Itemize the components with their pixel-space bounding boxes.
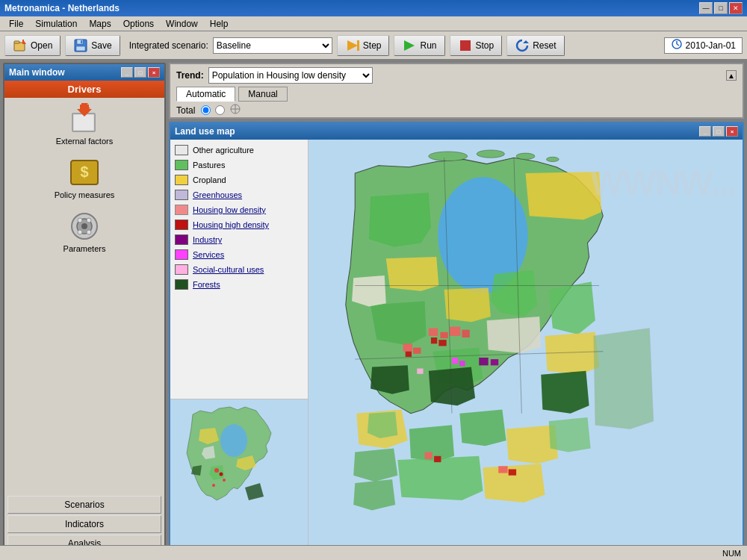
svg-rect-11 [460, 40, 471, 51]
trend-tabs: Automatic Manual [176, 87, 737, 102]
toolbar: Open Save Integrated scenario: Baseline … [0, 31, 747, 60]
svg-rect-54 [479, 358, 488, 365]
main-window-title-text: Main window [9, 67, 65, 78]
land-close-btn[interactable]: × [726, 126, 738, 137]
legend-item-label: Housing low density [193, 205, 266, 214]
svg-marker-12 [523, 40, 529, 43]
legend-item-label: Other agriculture [193, 146, 254, 155]
main-area: Main window _ □ × Drivers External fac [0, 60, 747, 560]
save-button[interactable]: Save [65, 35, 120, 56]
radio-option1[interactable] [201, 105, 211, 115]
main-window: Main window _ □ × Drivers External fac [3, 63, 166, 557]
svg-point-41 [477, 150, 504, 158]
svg-point-42 [516, 153, 535, 159]
svg-rect-49 [403, 343, 412, 351]
stop-button[interactable]: Stop [450, 35, 503, 56]
legend-item-label: Services [193, 250, 224, 259]
main-maximize-btn[interactable]: □ [134, 67, 146, 78]
svg-rect-52 [438, 340, 446, 346]
land-minimize-btn[interactable]: _ [699, 126, 711, 137]
menu-options[interactable]: Options [117, 17, 160, 31]
radio-group [201, 103, 241, 117]
open-label: Open [31, 40, 52, 51]
legend-color-swatch [175, 160, 188, 170]
svg-point-27 [87, 218, 91, 223]
external-factors-item[interactable]: External factors [4, 98, 164, 152]
svg-point-26 [78, 218, 82, 223]
legend-item-label: Cropland [193, 175, 226, 184]
radio-option2[interactable] [215, 105, 225, 115]
save-label: Save [91, 40, 111, 51]
land-maximize-btn[interactable]: □ [713, 126, 725, 137]
tab-automatic[interactable]: Automatic [176, 87, 235, 102]
legend-color-swatch [175, 234, 188, 245]
menu-file[interactable]: File [3, 17, 29, 31]
legend-item[interactable]: Other agriculture [173, 143, 305, 158]
step-button[interactable]: Step [337, 35, 390, 56]
legend-list: Other agriculturePasturesCroplandGreenho… [170, 140, 308, 399]
clock-icon [671, 38, 683, 52]
svg-rect-53 [406, 352, 412, 357]
main-minimize-btn[interactable]: _ [121, 67, 133, 78]
status-bar: NUM [0, 545, 747, 560]
main-window-controls: _ □ × [121, 67, 160, 78]
tab-manual[interactable]: Manual [238, 87, 287, 102]
minimize-button[interactable]: — [699, 2, 713, 14]
menu-simulation[interactable]: Simulation [29, 17, 83, 31]
maximize-button[interactable]: □ [714, 2, 728, 14]
legend-item-label: Greenhouses [193, 190, 242, 199]
main-window-title: Main window _ □ × [4, 64, 164, 81]
right-panel: Trend: Population in Housing low density… [169, 63, 744, 557]
drivers-tab[interactable]: Drivers [4, 81, 164, 98]
run-button[interactable]: Run [394, 35, 444, 56]
svg-rect-47 [450, 326, 461, 335]
legend-item[interactable]: Social-cultural uses [173, 262, 305, 277]
legend-item[interactable]: Forests [173, 277, 305, 292]
parameters-item[interactable]: Parameters [4, 205, 164, 259]
legend-item[interactable]: Housing low density [173, 202, 305, 217]
mini-map [170, 399, 309, 556]
scroll-up-btn[interactable]: ▲ [726, 70, 737, 81]
indicators-button[interactable]: Indicators [7, 515, 161, 533]
svg-rect-46 [440, 332, 447, 338]
svg-point-35 [214, 468, 219, 473]
legend-item[interactable]: Housing high density [173, 217, 305, 232]
legend-item[interactable]: Industry [173, 232, 305, 247]
svg-rect-50 [413, 348, 421, 354]
menu-window[interactable]: Window [160, 17, 204, 31]
scenario-select[interactable]: Baseline [213, 37, 332, 54]
svg-rect-60 [434, 456, 441, 462]
external-factors-icon [66, 104, 102, 134]
legend-item[interactable]: Services [173, 247, 305, 262]
close-button[interactable]: ✕ [729, 2, 743, 14]
step-label: Step [363, 40, 382, 51]
svg-rect-62 [509, 469, 516, 475]
trend-label: Trend: [176, 70, 204, 81]
menu-maps[interactable]: Maps [83, 17, 117, 31]
parameters-icon [66, 211, 102, 241]
date-display: 2010-Jan-01 [664, 37, 743, 54]
legend-item[interactable]: Cropland [173, 172, 305, 187]
svg-rect-61 [498, 466, 507, 473]
menu-help[interactable]: Help [204, 17, 235, 31]
run-label: Run [420, 40, 436, 51]
svg-rect-55 [491, 359, 498, 365]
reset-button[interactable]: Reset [506, 35, 564, 56]
title-bar: Metronamica - Netherlands — □ ✕ [0, 0, 747, 16]
policy-measures-item[interactable]: $ Policy measures [4, 152, 164, 205]
svg-line-15 [677, 44, 679, 46]
land-use-title-text: Land use map [175, 126, 235, 137]
legend-color-swatch [175, 249, 188, 260]
legend-item[interactable]: Greenhouses [173, 187, 305, 202]
svg-point-25 [81, 223, 87, 229]
land-use-window: Land use map _ □ × Other agriculturePast… [169, 122, 744, 557]
open-button[interactable]: Open [4, 35, 61, 56]
svg-point-37 [223, 479, 226, 482]
trend-select[interactable]: Population in Housing low density [208, 67, 373, 84]
stop-icon [458, 38, 473, 53]
legend-item[interactable]: Pastures [173, 158, 305, 172]
scenarios-button[interactable]: Scenarios [7, 496, 161, 514]
land-use-content: Other agriculturePasturesCroplandGreenho… [170, 140, 743, 556]
legend-item-label: Forests [193, 280, 220, 289]
main-close-btn[interactable]: × [148, 67, 160, 78]
